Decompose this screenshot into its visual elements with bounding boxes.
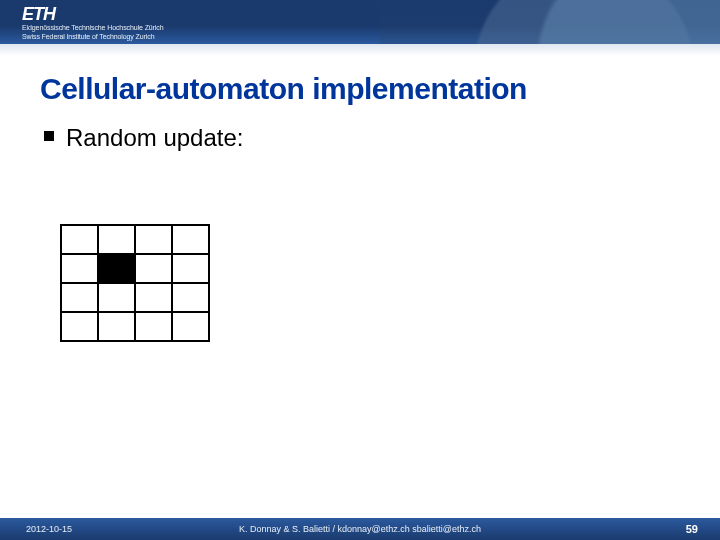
cell-3-2 [135, 312, 172, 341]
cell-0-1 [98, 225, 135, 254]
automaton-grid [60, 224, 208, 342]
cell-2-1 [98, 283, 135, 312]
footer-authors: K. Donnay & S. Balietti / kdonnay@ethz.c… [0, 524, 720, 534]
slide-root: ETH Eidgenössische Technische Hochschule… [0, 0, 720, 540]
cell-1-0 [61, 254, 98, 283]
bullet-marker [44, 131, 54, 141]
cell-1-2 [135, 254, 172, 283]
bullet-row: Random update: [44, 124, 243, 152]
cell-2-2 [135, 283, 172, 312]
header-band: ETH Eidgenössische Technische Hochschule… [0, 0, 720, 44]
cell-0-3 [172, 225, 209, 254]
eth-subtitle-en: Swiss Federal Institute of Technology Zu… [22, 33, 154, 40]
grid-table [60, 224, 210, 342]
cell-2-3 [172, 283, 209, 312]
slide-title: Cellular-automaton implementation [40, 72, 527, 106]
cell-3-0 [61, 312, 98, 341]
footer-page-number: 59 [686, 523, 698, 535]
eth-subtitle-de: Eidgenössische Technische Hochschule Zür… [22, 24, 163, 31]
cell-3-1 [98, 312, 135, 341]
header-gradient-strip [0, 44, 720, 56]
cell-1-3 [172, 254, 209, 283]
cell-0-2 [135, 225, 172, 254]
cell-0-0 [61, 225, 98, 254]
cell-2-0 [61, 283, 98, 312]
cell-3-3 [172, 312, 209, 341]
footer-bar: 2012-10-15 K. Donnay & S. Balietti / kdo… [0, 518, 720, 540]
cell-1-1-filled [98, 254, 135, 283]
bullet-text: Random update: [66, 124, 243, 152]
eth-logo: ETH [22, 4, 55, 25]
